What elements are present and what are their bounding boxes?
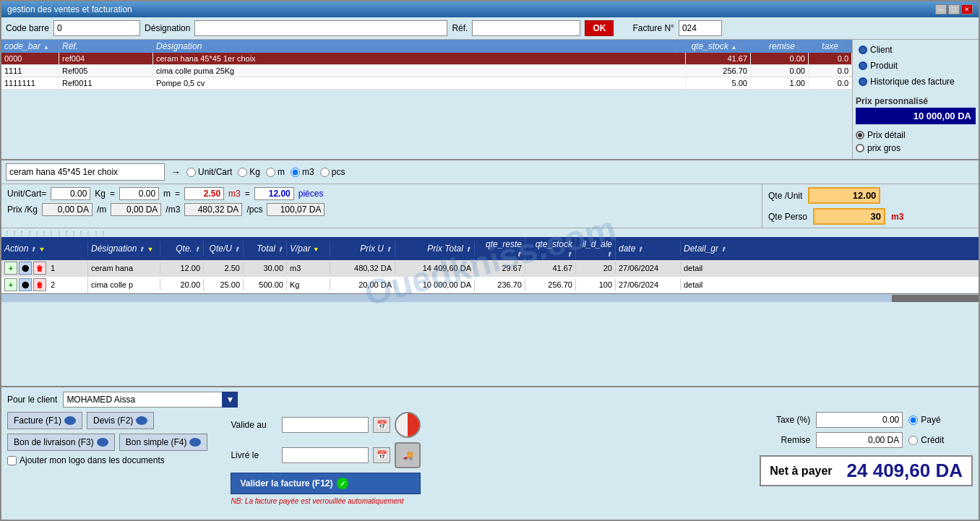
minimize-btn[interactable]: ─ [935, 4, 947, 14]
unit-m-option[interactable]: m [266, 167, 285, 177]
cell-designation: Pompe 0,5 cv [153, 77, 686, 89]
designation-input[interactable] [194, 20, 447, 36]
qte-perso-input[interactable] [813, 208, 885, 225]
bl-eye-icon [97, 438, 108, 447]
produit-radio[interactable] [859, 61, 867, 70]
prix-m-val[interactable] [111, 203, 161, 216]
ok-button[interactable]: OK [585, 20, 614, 36]
horizontal-scrollbar[interactable] [1, 293, 979, 302]
historique-radio[interactable] [859, 77, 867, 86]
val-kg[interactable] [51, 187, 90, 200]
devis-btn[interactable]: Devis (F2) [87, 412, 154, 429]
unit-kg-option[interactable]: Kg [238, 167, 260, 177]
lookup-row[interactable]: 1111 Ref005 cima colle puma 25Kg 256.70 … [1, 65, 852, 77]
prix-gros-radio[interactable] [856, 144, 864, 152]
unit-m3-radio[interactable] [291, 168, 300, 177]
val-pieces[interactable] [254, 187, 294, 200]
valide-row: Valide au 📅 [231, 412, 421, 438]
valide-calendar-btn[interactable]: 📅 [373, 417, 390, 433]
ref-input[interactable] [472, 20, 580, 36]
prix-kg-val[interactable] [42, 203, 93, 216]
taxe-input[interactable] [816, 412, 903, 428]
livre-input[interactable] [282, 447, 369, 463]
bottom-row2: Facture (F1) Devis (F2) Bon de livraison… [7, 412, 973, 505]
paye-radio[interactable] [908, 415, 918, 425]
code-barre-input[interactable] [53, 20, 140, 36]
sort-icon: ⬆ [30, 246, 36, 253]
cell-taxe: 0.0 [809, 65, 852, 77]
order-row[interactable]: + ⬤ 🗑 2 cima colle p 20.00 25.00 500.00 … [1, 277, 979, 293]
row-qtereste2: 236.70 [475, 279, 525, 290]
unit-cart-radio[interactable] [186, 168, 196, 177]
window-title: gestion des ventes et facturation [7, 4, 132, 14]
product-designation-input[interactable] [6, 163, 165, 181]
credit-option[interactable]: Crédit [908, 435, 944, 445]
unit-kg-radio[interactable] [238, 168, 247, 177]
livre-calendar-btn[interactable]: 📅 [373, 447, 390, 463]
qte-perso-label: Qte Perso [768, 212, 807, 222]
prix-detail-option[interactable]: Prix détail [856, 130, 976, 140]
lookup-row[interactable]: 0000 ref004 ceram hana 45*45 1er choix 4… [1, 53, 852, 65]
sort-icon12: ⬆ [721, 246, 726, 253]
title-bar: gestion des ventes et facturation ─ □ ✕ [1, 1, 979, 17]
unit-m3-option[interactable]: m3 [291, 167, 314, 177]
order-row[interactable]: + ⬤ 🗑 1 ceram hana 12.00 2.50 30.00 m3 4… [1, 260, 979, 277]
historique-btn[interactable]: Historique des facture [856, 74, 976, 89]
unit-m-radio[interactable] [266, 168, 275, 177]
unit-cart-option[interactable]: Unit/Cart [186, 167, 232, 177]
detail-header: Detail_gr [684, 244, 718, 254]
desig-header: Désignation [91, 244, 137, 254]
client-input[interactable] [63, 392, 222, 408]
delete-row-btn2[interactable]: 🗑 [33, 278, 46, 291]
client-radio[interactable] [859, 46, 867, 54]
bs-eye-icon [189, 438, 201, 447]
val-m3[interactable] [184, 187, 224, 200]
valide-input[interactable] [282, 417, 369, 433]
sort-icon8: ⬆ [516, 251, 522, 258]
col-taxe: taxe [799, 40, 842, 53]
facture-btn[interactable]: Facture (F1) [7, 412, 82, 429]
edit-row-btn2[interactable]: ⬤ [19, 278, 32, 291]
prix-m3-val[interactable] [184, 203, 242, 216]
order-grid-body: + ⬤ 🗑 1 ceram hana 12.00 2.50 30.00 m3 4… [1, 260, 979, 293]
unit-pcs-radio[interactable] [320, 168, 330, 177]
delete-row-btn[interactable]: 🗑 [33, 262, 46, 275]
prix-detail-radio[interactable] [856, 131, 864, 139]
prix-gros-option[interactable]: prix gros [856, 143, 976, 153]
qte-unit-input[interactable] [808, 187, 880, 204]
paye-option[interactable]: Payé [908, 415, 940, 425]
logo-checkbox[interactable] [7, 456, 17, 465]
unit-pcs-option[interactable]: pcs [320, 167, 345, 177]
row-detail2: detail [681, 279, 739, 290]
edit-row-btn[interactable]: ⬤ [19, 262, 32, 275]
col-code: code_bar ▲ [1, 40, 59, 53]
col-date: date ⬆ [616, 241, 681, 256]
val-m[interactable] [119, 187, 159, 200]
vpar-header: V/par [290, 244, 311, 254]
credit-label: Crédit [921, 435, 944, 445]
close-btn[interactable]: ✕ [961, 4, 973, 14]
add-row-btn2[interactable]: + [4, 278, 17, 291]
valider-facture-btn[interactable]: Valider la facture (F12) ✓ [231, 473, 421, 494]
row-qteu: 2.50 [204, 262, 244, 274]
livre-row: Livré le 📅 🚚 [231, 442, 421, 468]
facture-number-input[interactable] [679, 20, 722, 36]
cell-code: 1111 [1, 65, 59, 77]
lookup-row[interactable]: 1111111 Ref0011 Pompe 0,5 cv 5.00 1.00 0… [1, 77, 852, 90]
row-date: 27/06/2024 [616, 262, 681, 274]
maximize-btn[interactable]: □ [948, 4, 960, 14]
prix-pcs-val[interactable] [267, 203, 324, 216]
scrollbar-thumb[interactable] [892, 295, 979, 302]
bon-simple-btn[interactable]: Bon simple (F4) [119, 434, 208, 451]
credit-radio[interactable] [908, 436, 918, 445]
client-dropdown-btn[interactable]: ▼ [222, 392, 238, 408]
produit-btn[interactable]: Produit [856, 59, 976, 73]
add-row-btn[interactable]: + [4, 262, 17, 275]
bon-livraison-btn[interactable]: Bon de livraison (F3) [7, 434, 115, 451]
prix-m3-label: /m3 [166, 204, 180, 215]
designation-label: Désignation [145, 23, 190, 33]
qteu-header: Qte/U [210, 244, 232, 254]
client-btn[interactable]: Client [856, 43, 976, 57]
col-qte: Qte. ⬆ [160, 241, 204, 256]
remise-input[interactable] [816, 432, 903, 448]
